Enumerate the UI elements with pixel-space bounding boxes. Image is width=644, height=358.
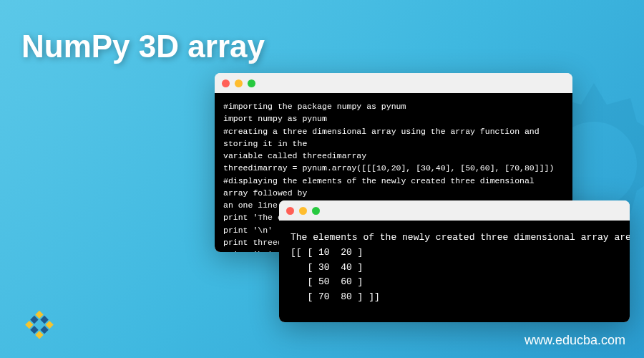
code-line: import numpy as pynum <box>223 114 327 123</box>
svg-rect-3 <box>30 316 38 324</box>
maximize-icon[interactable] <box>248 79 255 87</box>
code-line: #displaying the elements of the newly cr… <box>223 176 540 198</box>
svg-rect-7 <box>35 331 43 339</box>
svg-rect-1 <box>40 316 48 324</box>
svg-rect-2 <box>45 321 53 329</box>
code-line: #importing the package numpy as pynum <box>223 102 406 111</box>
maximize-icon[interactable] <box>312 207 320 215</box>
code-line: print '\n' <box>223 250 273 252</box>
svg-rect-0 <box>35 311 43 319</box>
close-icon[interactable] <box>222 79 230 87</box>
close-icon[interactable] <box>286 207 294 215</box>
code-line: variable called threedimarray <box>223 151 366 160</box>
svg-rect-6 <box>30 326 38 334</box>
minimize-icon[interactable] <box>299 207 307 215</box>
code-window-titlebar <box>215 73 572 93</box>
minimize-icon[interactable] <box>235 79 243 87</box>
code-line: threedimarray = pynum.array([[[10,20], [… <box>223 163 554 173</box>
output-matrix: [[ [ 10 20 ] [ 30 40 ] [ 50 60 ] [ 70 80… <box>291 247 380 302</box>
educba-logo-icon <box>21 308 57 344</box>
code-line: print '\n' <box>223 226 273 235</box>
footer-url: www.educba.com <box>525 333 625 348</box>
svg-rect-4 <box>40 326 48 334</box>
page-title: NumPy 3D array <box>21 29 265 64</box>
output-heading: The elements of the newly created three … <box>291 232 630 243</box>
code-line: #creating a three dimensional array usin… <box>223 127 545 148</box>
output-terminal: The elements of the newly created three … <box>279 221 630 322</box>
output-window: The elements of the newly created three … <box>279 200 630 322</box>
svg-rect-5 <box>25 321 33 329</box>
output-window-titlebar <box>279 200 630 221</box>
code-line: print threedi <box>223 238 288 247</box>
